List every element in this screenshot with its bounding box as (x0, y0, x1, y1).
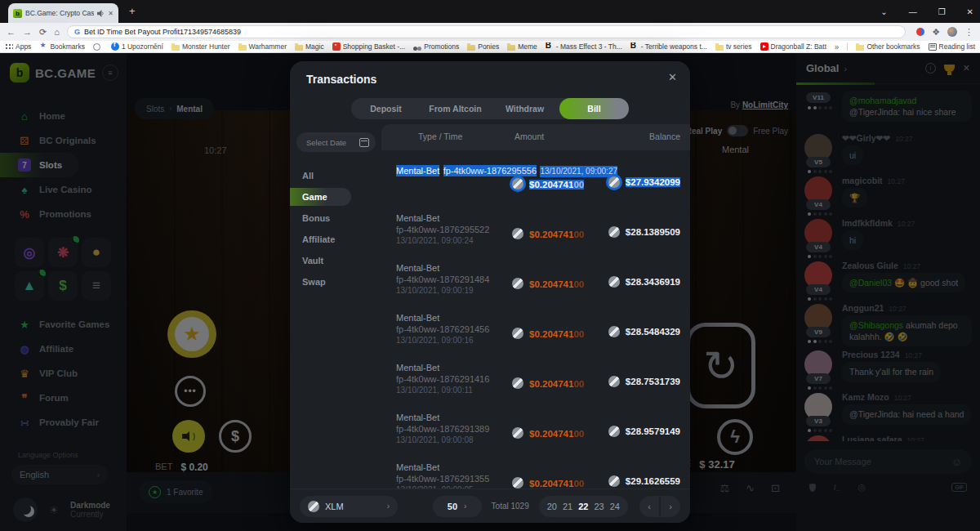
bookmark-item[interactable]: Promotions (413, 42, 459, 51)
close-window-icon[interactable]: ✕ (967, 7, 973, 16)
bookmark-label: Monster Hunter (182, 42, 230, 51)
category-filter[interactable]: Bonus (290, 209, 381, 227)
balance-cell: $28.9579149 (608, 426, 680, 437)
page-number[interactable]: 23 (595, 502, 604, 511)
bet-type: Mental-Bet (396, 262, 489, 274)
page-number[interactable]: 21 (563, 502, 572, 511)
prev-page-icon[interactable]: ‹ (639, 496, 659, 517)
transaction-tab[interactable]: Bill (559, 98, 629, 119)
tab-audio-icon[interactable] (97, 10, 105, 17)
bookmark-item[interactable]: Shopping Basket -... (332, 42, 406, 51)
category-filter[interactable]: All (290, 167, 381, 185)
tab-close-icon[interactable]: ✕ (108, 10, 114, 17)
bet-time: 13/10/2021, 09:00:27 (540, 166, 617, 177)
bookmark-icon (238, 45, 247, 51)
bookmark-item[interactable]: tv series (715, 42, 752, 51)
address-bar[interactable]: G Bet ID Time Bet Payout Profit171349574… (67, 25, 906, 38)
balance-cell: $28.3436919 (608, 276, 680, 288)
maximize-icon[interactable]: ❐ (938, 7, 946, 16)
table-row[interactable]: Mental-Bet fp-4tk0ww-1876291456 13/10/20… (381, 308, 690, 358)
table-row[interactable]: Mental-Bet fp-4tk0ww-1876291416 13/10/20… (381, 358, 690, 408)
bookmark-icon (467, 45, 475, 51)
other-bookmarks[interactable]: Other bookmarks (856, 42, 920, 51)
browser-menu-icon[interactable]: ⋮ (964, 28, 973, 37)
date-filter[interactable]: Select Date (296, 132, 376, 152)
minimize-icon[interactable]: — (909, 7, 917, 16)
bet-time: 13/10/2021, 09:00:08 (396, 435, 489, 446)
bookmark-item[interactable]: - Mass Effect 3 - Th... (546, 42, 622, 51)
page-number[interactable]: 20 (547, 502, 557, 511)
bookmark-item[interactable]: Monster Hunter (172, 42, 230, 51)
bookmark-item[interactable]: 1 Upozornění (111, 42, 163, 51)
extensions-puzzle-icon[interactable]: ❖ (932, 28, 940, 37)
page-number[interactable]: 24 (610, 502, 620, 511)
transaction-tab[interactable]: Deposit (351, 98, 421, 119)
modal-footer: XLM › 50 › Total 1029 20 21 22 (290, 489, 690, 523)
new-tab-button[interactable]: + (129, 6, 136, 16)
bookmark-item[interactable]: - Terrible weapons t... (630, 42, 707, 51)
table-header: Type / Time Amount Balance (381, 124, 690, 150)
bookmark-item[interactable]: Dragonball Z: Battle... (760, 42, 826, 51)
back-icon[interactable]: ← (7, 28, 16, 37)
table-row[interactable]: Mental-Bet fp-4tk0ww-1876291484 13/10/20… (381, 258, 690, 308)
reload-icon[interactable]: ⟳ (39, 28, 47, 37)
xlm-coin-icon (512, 377, 523, 389)
bet-id: fp-4tk0ww-1876291484 (396, 274, 489, 285)
page-number[interactable]: 22 (578, 502, 588, 511)
bookmark-item[interactable]: Bookmarks (39, 42, 85, 51)
balance-cell: $28.7531739 (608, 376, 680, 387)
divider (847, 42, 848, 51)
coin-selector[interactable]: XLM › (300, 496, 398, 517)
reading-list[interactable]: Reading list (929, 42, 975, 51)
bookmark-item[interactable]: Ponies (467, 42, 499, 51)
category-filter[interactable]: Swap (290, 273, 381, 291)
bookmark-item[interactable]: Magic (295, 42, 324, 51)
page-size-selector[interactable]: 50 › (433, 496, 482, 517)
bookmark-label: Meme (518, 42, 537, 51)
bet-id: fp-4tk0ww-1876291456 (396, 324, 489, 335)
bookmark-label: Dragonball Z: Battle... (771, 42, 826, 51)
next-page-icon[interactable]: › (661, 496, 680, 517)
table-row[interactable]: Mental-Bet fp-4tk0ww-1876291355 13/10/20… (381, 457, 690, 489)
bookmark-item[interactable]: Apps (5, 42, 31, 51)
browser-tab[interactable]: b BC.Game: Crypto Casino Gam ✕ (8, 3, 118, 23)
date-filter-label: Select Date (306, 138, 359, 147)
bookmark-label: Ponies (478, 42, 499, 51)
category-filter[interactable]: Vault (290, 252, 381, 270)
category-filter[interactable]: Game (290, 188, 351, 206)
bookmark-item[interactable]: Meme (507, 42, 537, 51)
home-icon[interactable]: ⌂ (54, 28, 60, 37)
bookmark-item[interactable] (93, 43, 103, 51)
reading-list-icon (929, 43, 937, 51)
bcgame-favicon: b (13, 9, 22, 18)
table-row[interactable]: Mental-Bet fp-4tk0ww-1876291389 13/10/20… (381, 408, 690, 457)
bookmarks-overflow-chevron[interactable]: » (835, 42, 840, 51)
total-count: Total 1029 (492, 502, 529, 511)
bookmark-icon (507, 45, 515, 51)
transaction-tab[interactable]: From Altcoin (421, 98, 490, 119)
bet-id: fp-4tk0ww-1876295522 (396, 224, 489, 235)
amount-value: $0.204741 (529, 329, 573, 339)
window-menu-icon[interactable]: ⌄ (880, 7, 887, 16)
bet-id: fp-4tk0ww-1876291389 (396, 423, 489, 435)
bet-type: Mental-Bet (396, 412, 489, 423)
bookmark-icon (546, 42, 554, 51)
table-row[interactable]: Mental-Bet fp-4tk0ww-1876295556 13/10/20… (381, 158, 690, 208)
balance-value: $29.1626559 (626, 476, 680, 486)
category-filter[interactable]: Affiliate (290, 230, 381, 248)
column-balance: Balance (649, 132, 680, 141)
table-row[interactable]: Mental-Bet fp-4tk0ww-1876295522 13/10/20… (381, 208, 690, 258)
amount-value: $0.204741 (529, 180, 573, 190)
transaction-tab[interactable]: Withdraw (490, 98, 559, 119)
profile-avatar[interactable] (947, 27, 957, 37)
bookmark-label: Apps (16, 42, 31, 51)
folder-icon (856, 45, 864, 51)
pagination: 20 21 22 23 24 (539, 496, 628, 517)
forward-icon[interactable]: → (23, 28, 32, 37)
extension-icon[interactable] (916, 28, 924, 36)
xlm-coin-icon (608, 426, 620, 437)
bookmark-item[interactable]: Warhammer (238, 42, 287, 51)
modal-close-icon[interactable]: ✕ (668, 71, 677, 83)
calendar-icon (359, 138, 369, 147)
amount-cell: $0.20474100 (512, 276, 584, 291)
